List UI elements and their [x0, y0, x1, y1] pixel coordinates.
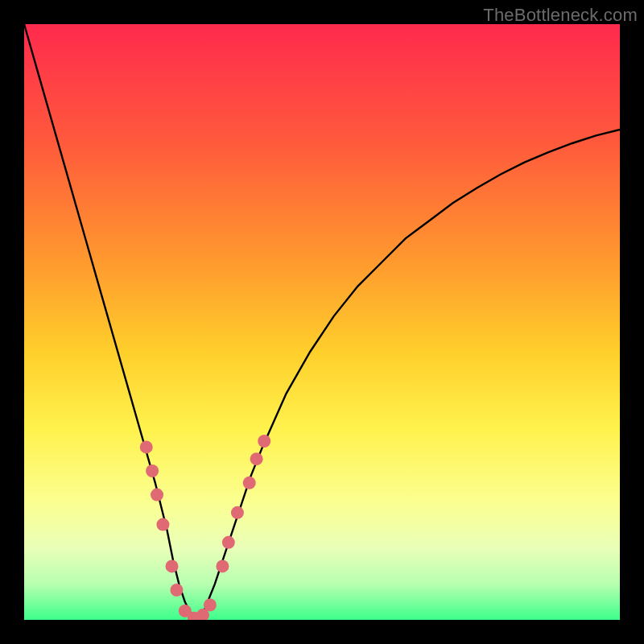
data-marker	[258, 435, 270, 448]
data-marker	[204, 599, 217, 612]
gradient-background	[24, 24, 620, 620]
chart-canvas	[24, 24, 620, 620]
data-marker	[140, 440, 153, 453]
data-marker	[216, 559, 229, 572]
data-marker	[151, 489, 163, 502]
data-marker	[146, 464, 159, 477]
data-marker	[243, 477, 256, 489]
chart-frame	[24, 24, 620, 620]
watermark-text: TheBottleneck.com	[483, 5, 638, 26]
data-marker	[170, 584, 183, 597]
data-marker	[231, 506, 244, 519]
data-marker	[222, 536, 235, 549]
data-marker	[250, 452, 263, 465]
data-marker	[166, 559, 179, 572]
data-marker	[156, 518, 169, 531]
